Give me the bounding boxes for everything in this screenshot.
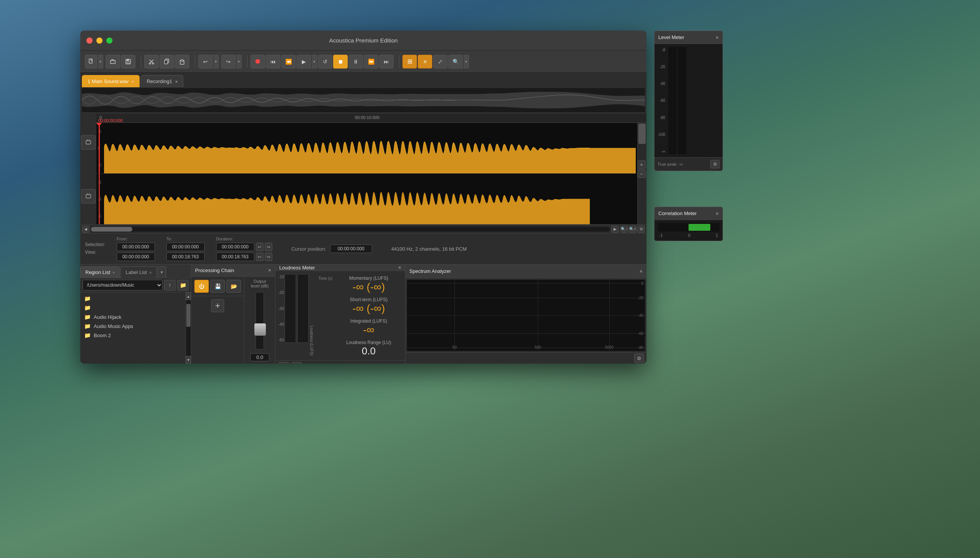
save-button[interactable] <box>121 55 136 69</box>
tab-region-list[interactable]: Region List × <box>80 266 120 278</box>
selection-to-value[interactable]: 00:00:00:000 <box>166 243 205 251</box>
browser-up-btn[interactable]: ↑ <box>164 280 175 290</box>
scroll-track[interactable] <box>91 227 610 231</box>
channel2-track[interactable]: -6 -8 -6 <box>97 174 646 225</box>
minimize-button[interactable] <box>97 38 103 44</box>
meter-scale-80: -80 <box>658 116 665 120</box>
tab-main-close[interactable]: × <box>132 79 134 84</box>
zoom-in-h[interactable]: 🔍+ <box>629 226 636 233</box>
new-button[interactable] <box>85 55 97 69</box>
undo-view[interactable]: ↩ <box>256 253 263 261</box>
close-button[interactable] <box>87 38 93 44</box>
new-dropdown[interactable]: ▾ <box>98 55 103 69</box>
open-button[interactable] <box>106 55 120 69</box>
vscroll-ch2[interactable] <box>637 174 646 224</box>
snap-button[interactable]: ⊞ <box>402 55 417 69</box>
browser-folder-btn[interactable]: 📁 <box>177 280 188 290</box>
browser-path-select[interactable]: /Users/macdown/Music <box>83 280 163 290</box>
cursor-value[interactable]: 00:00:00:000 <box>330 245 372 253</box>
play-dropdown[interactable]: ▾ <box>312 55 317 69</box>
browser-list[interactable]: 📁 📁 📁 Audio Hijack 📁 Audio Music Apps <box>80 292 185 364</box>
waveform-editor[interactable]: 0 00:00:00:000 00:00:10:000 -6 0 -6 <box>97 114 646 225</box>
maximize-button[interactable] <box>106 38 113 44</box>
channel1-track[interactable]: -6 0 -6 <box>97 123 646 174</box>
redo-button[interactable]: ↪ <box>221 55 236 69</box>
zoom-button[interactable]: 🔍 <box>448 55 463 69</box>
browser-item-0[interactable]: 📁 <box>80 294 185 303</box>
browser-item-2[interactable]: 📁 Audio Hijack <box>80 312 185 322</box>
loudness-reset-btn[interactable]: ↺ <box>278 362 289 364</box>
label-list-close[interactable]: × <box>149 270 152 275</box>
browser-scroll-track[interactable] <box>186 300 191 356</box>
zoom-out-v[interactable]: − <box>637 169 646 178</box>
browser-scroll-thumb[interactable] <box>186 304 190 327</box>
scroll-thumb[interactable] <box>91 227 133 231</box>
tab-label-list[interactable]: Label List × <box>121 266 157 278</box>
processing-chain-close[interactable]: × <box>268 267 271 273</box>
output-fader-value[interactable]: 0.0 <box>250 353 269 361</box>
undo-dropdown[interactable]: ▾ <box>213 55 219 69</box>
browser-scroll-up[interactable]: ▲ <box>186 292 191 300</box>
play-button[interactable]: ▶ <box>296 55 311 69</box>
level-meter-settings[interactable]: ⚙ <box>710 160 720 168</box>
fit-button[interactable]: ⤢ <box>433 55 448 69</box>
undo-button[interactable]: ↩ <box>198 55 213 69</box>
stop-button[interactable]: ⏹ <box>333 55 348 69</box>
zoom-in-v[interactable]: + <box>637 160 646 169</box>
browser-item-3[interactable]: 📁 Audio Music Apps <box>80 322 185 331</box>
pause-button[interactable]: ⏸ <box>348 55 363 69</box>
rewind-button[interactable]: ⏪ <box>281 55 296 69</box>
redo-view[interactable]: ↪ <box>265 253 272 261</box>
copy-button[interactable] <box>160 55 174 69</box>
view-from-value[interactable]: 00:00:00:000 <box>117 253 155 261</box>
cut-button[interactable] <box>144 55 159 69</box>
skip-start-button[interactable]: ⏮ <box>266 55 280 69</box>
loudness-pause-btn[interactable]: ⏸ <box>291 362 302 364</box>
spectrum-analyzer-close[interactable]: × <box>640 268 643 274</box>
layers-button[interactable]: ≡ <box>418 55 432 69</box>
selection-duration-value[interactable]: 00:00:00:000 <box>216 243 254 251</box>
waveform-channels[interactable]: -6 0 -6 <box>97 123 646 225</box>
fast-forward-button[interactable]: ⏩ <box>364 55 378 69</box>
zoom-out-h[interactable]: 🔍− <box>620 226 628 233</box>
undo-sel[interactable]: ↩ <box>256 243 263 251</box>
settings-waveform[interactable]: ⚙ <box>637 226 645 233</box>
scroll-left[interactable]: ◀ <box>82 226 90 233</box>
chain-power-btn[interactable]: ⏻ <box>194 280 209 293</box>
paste-button[interactable] <box>175 55 189 69</box>
correlation-meter-close[interactable]: × <box>716 210 719 217</box>
record-button[interactable]: ⏺ <box>250 55 265 69</box>
chain-load-btn[interactable]: 📂 <box>226 280 241 293</box>
redo-dropdown[interactable]: ▾ <box>236 55 242 69</box>
loop-button[interactable]: ↺ <box>318 55 332 69</box>
panel-tab-dropdown[interactable]: ▾ <box>158 266 166 278</box>
window-title: Acoustica Premium Edition <box>329 37 398 44</box>
meter-bar-pair <box>668 47 686 154</box>
tab-recording[interactable]: Recording1 × <box>141 75 183 87</box>
view-to-value[interactable]: 00:00:18:763 <box>166 253 205 261</box>
spectrum-settings-btn[interactable]: ⚙ <box>634 354 644 363</box>
browser-scrollbar[interactable]: ▲ ▼ <box>185 292 191 364</box>
svg-rect-9 <box>181 60 183 61</box>
channel2-label[interactable] <box>81 189 96 204</box>
level-meter-close[interactable]: × <box>716 34 719 41</box>
region-list-close[interactable]: × <box>113 270 115 275</box>
loudness-meter-close[interactable]: × <box>398 264 401 271</box>
skip-end-button[interactable]: ⏭ <box>379 55 394 69</box>
tab-recording-close[interactable]: × <box>175 79 177 84</box>
redo-sel[interactable]: ↪ <box>265 243 272 251</box>
output-fader-thumb[interactable] <box>254 323 266 336</box>
selection-from-value[interactable]: 00:00:00:000 <box>117 243 155 251</box>
channel1-label[interactable] <box>81 135 96 149</box>
chain-add-button[interactable]: + <box>211 299 224 312</box>
scroll-right[interactable]: ▶ <box>611 226 619 233</box>
tab-main-sound[interactable]: 1 Main Sound.wav × <box>82 75 140 87</box>
view-duration-value[interactable]: 00:00:18:763 <box>216 253 254 261</box>
browser-item-1[interactable]: 📁 <box>80 303 185 312</box>
output-fader-track[interactable] <box>255 292 264 350</box>
browser-scroll-down[interactable]: ▼ <box>186 356 191 364</box>
zoom-dropdown[interactable]: ▾ <box>464 55 469 69</box>
browser-item-4[interactable]: 📁 Boom 2 <box>80 331 185 340</box>
waveform-overview[interactable] <box>82 88 645 113</box>
chain-save-btn[interactable]: 💾 <box>210 280 225 293</box>
